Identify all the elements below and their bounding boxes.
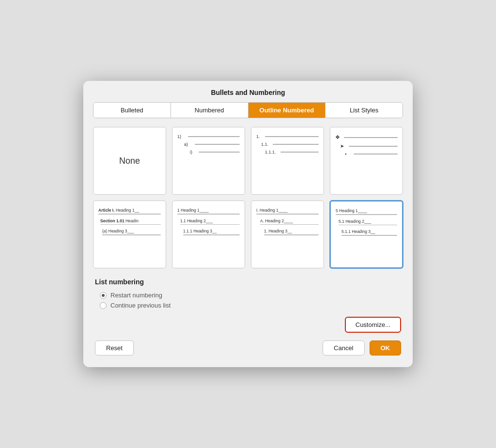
ok-button[interactable]: OK — [370, 340, 402, 355]
list-option-none[interactable]: None — [93, 127, 166, 195]
list-option-decimal[interactable]: 1. 1.1. 1.1.1. — [251, 127, 324, 195]
radio-continue[interactable] — [100, 302, 107, 309]
tab-list-styles[interactable]: List Styles — [326, 103, 403, 118]
list-numbering-title: List numbering — [95, 278, 401, 286]
right-buttons: Cancel OK — [323, 340, 401, 355]
tab-bulleted[interactable]: Bulleted — [93, 103, 171, 118]
preview-heading-decimal: 1 Heading 1____ 1.1 Heading 2___ 1.1.1 H… — [176, 206, 241, 263]
dialog-title: Bullets and Numbering — [83, 81, 413, 102]
list-option-bullets[interactable]: ❖ ➤ ▪ — [330, 127, 403, 195]
tab-numbered[interactable]: Numbered — [171, 103, 248, 118]
list-option-heading-roman[interactable]: I. Heading 1____ A. Heading 2____ 1. Hea… — [251, 201, 324, 268]
preview-decimal: 1. 1.1. 1.1.1. — [255, 132, 320, 189]
tab-outline-numbered[interactable]: Outline Numbered — [248, 103, 326, 118]
list-option-abc[interactable]: 1) a) i) — [172, 127, 245, 195]
radio-restart-label: Restart numbering — [110, 292, 162, 299]
preview-abc: 1) a) i) — [176, 132, 241, 189]
radio-continue-row: Continue previous list — [100, 302, 401, 309]
preview-bullets: ❖ ➤ ▪ — [334, 132, 399, 189]
options-grid: None 1) a) i) — [93, 127, 403, 268]
customize-area: Customize... — [95, 317, 401, 333]
list-numbering-section: List numbering Restart numbering Continu… — [95, 278, 401, 309]
list-option-article[interactable]: Article I. Heading 1__ Section 1.01 Head… — [93, 201, 166, 268]
list-option-heading-5[interactable]: 5 Heading 1____ 5.1 Heading 2___ 5.1.1 H… — [330, 201, 403, 268]
radio-group: Restart numbering Continue previous list — [100, 292, 401, 309]
radio-restart[interactable] — [100, 292, 107, 299]
customize-button[interactable]: Customize... — [345, 317, 401, 333]
cancel-button[interactable]: Cancel — [323, 340, 364, 355]
radio-continue-label: Continue previous list — [110, 302, 170, 309]
radio-restart-row: Restart numbering — [100, 292, 401, 299]
preview-heading-5: 5 Heading 1____ 5.1 Heading 2___ 5.1.1 H… — [335, 206, 398, 263]
preview-heading-roman: I. Heading 1____ A. Heading 2____ 1. Hea… — [255, 206, 320, 263]
tab-bar: Bulleted Numbered Outline Numbered List … — [93, 102, 403, 118]
reset-button[interactable]: Reset — [95, 340, 134, 355]
preview-article: Article I. Heading 1__ Section 1.01 Head… — [97, 206, 162, 263]
dialog: Bullets and Numbering Bulleted Numbered … — [83, 81, 413, 367]
bottom-buttons: Reset Cancel OK — [95, 340, 401, 355]
none-label: None — [119, 156, 140, 166]
list-option-heading-decimal[interactable]: 1 Heading 1____ 1.1 Heading 2___ 1.1.1 H… — [172, 201, 245, 268]
